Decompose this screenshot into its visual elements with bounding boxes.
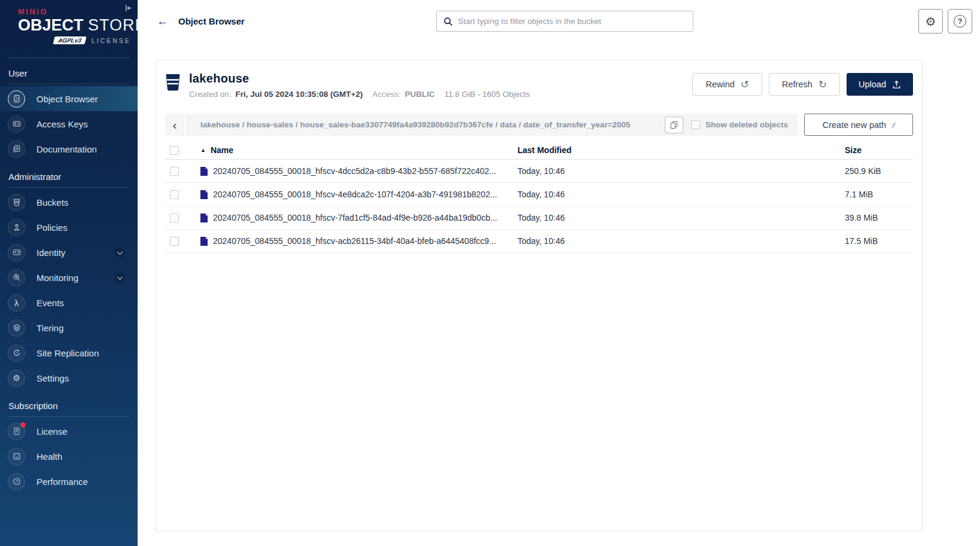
section-title-user: User — [0, 58, 138, 84]
row-checkbox[interactable] — [170, 190, 179, 199]
sort-ascending-icon: ▲ — [200, 147, 206, 153]
name-column-header[interactable]: ▲ Name — [194, 145, 518, 155]
bucket-icon — [165, 74, 181, 91]
gear-icon: ⚙ — [926, 14, 936, 29]
events-lambda-icon: λ — [8, 294, 25, 312]
object-size: 7.1 MiB — [844, 190, 913, 199]
bucket-browser-card: lakehouse Created on: Fri, Jul 05 2024 1… — [156, 60, 923, 532]
sidebar-item-health[interactable]: Health — [0, 444, 138, 469]
help-icon: ? — [954, 15, 966, 28]
license-icon — [8, 423, 25, 440]
buckets-icon — [8, 194, 25, 211]
breadcrumb-path[interactable]: lakehouse / house-sales / house_sales-ba… — [185, 120, 659, 129]
sidebar-item-label: Documentation — [36, 144, 97, 154]
object-name[interactable]: 20240705_084555_00018_hfscv-7fad1cf5-84a… — [213, 213, 497, 222]
access-label: Access: — [372, 90, 400, 99]
create-new-path-button[interactable]: Create new path :// — [804, 114, 913, 136]
copy-path-button[interactable] — [665, 117, 683, 133]
sidebar-item-label: Settings — [36, 373, 69, 383]
site-replication-icon — [8, 344, 25, 362]
sidebar-item-settings[interactable]: ⚙ Settings — [0, 365, 138, 391]
sidebar-item-events[interactable]: λ Events — [0, 290, 138, 315]
sidebar-item-policies[interactable]: Policies — [0, 215, 138, 240]
sidebar-item-label: Policies — [36, 222, 68, 233]
search-input[interactable] — [458, 17, 686, 26]
object-modified: Today, 10:46 — [518, 236, 844, 246]
chevron-down-icon[interactable] — [115, 248, 124, 257]
main-area: ← Object Browser ⚙ ? — [138, 0, 980, 546]
performance-gauge-icon — [8, 473, 25, 490]
sidebar-item-label: Performance — [36, 477, 88, 487]
row-checkbox[interactable] — [170, 167, 179, 176]
chevron-down-icon[interactable] — [115, 273, 124, 282]
sidebar-item-object-browser[interactable]: Object Browser — [0, 86, 138, 111]
sidebar-item-label: Site Replication — [36, 348, 99, 358]
object-name[interactable]: 20240705_084555_00018_hfscv-acb26115-34b… — [213, 236, 496, 246]
object-filter-searchbox[interactable] — [436, 11, 693, 32]
search-icon — [443, 17, 453, 26]
object-browser-icon — [8, 90, 25, 108]
object-name[interactable]: 20240705_084555_00018_hfscv-4e8dca2c-107… — [213, 190, 497, 199]
access-value[interactable]: PUBLIC — [405, 90, 435, 99]
sidebar-item-identity[interactable]: Identity — [0, 240, 138, 265]
divider — [8, 84, 129, 84]
license-label: LICENSE — [92, 37, 131, 44]
minio-logo: MINIO OBJECT STORE AGPLv3 LICENSE — [0, 0, 138, 44]
created-on-value: Fri, Jul 05 2024 10:35:08 (GMT+2) — [236, 90, 363, 99]
sidebar-item-monitoring[interactable]: Monitoring — [0, 265, 138, 290]
gear-icon: ⚙ — [8, 370, 25, 387]
row-checkbox[interactable] — [170, 237, 179, 246]
sidebar-item-buckets[interactable]: Buckets — [0, 190, 138, 215]
help-button[interactable]: ? — [948, 9, 972, 33]
table-row[interactable]: 20240705_084555_00018_hfscv-acb26115-34b… — [165, 230, 913, 253]
divider — [8, 187, 129, 188]
objects-table: ▲ Name Last Modified Size 20240705_08455… — [165, 141, 913, 253]
section-title-administrator: Administrator — [0, 161, 138, 187]
object-size: 39.8 MiB — [844, 213, 913, 222]
back-arrow-icon[interactable]: ← — [157, 15, 168, 28]
table-row[interactable]: 20240705_084555_00018_hfscv-4dcc5d2a-c8b… — [165, 160, 913, 183]
settings-button[interactable]: ⚙ — [918, 9, 943, 33]
row-checkbox[interactable] — [170, 213, 179, 222]
upload-icon — [892, 80, 901, 89]
sidebar-item-documentation[interactable]: Documentation — [0, 136, 138, 161]
sidebar-item-site-replication[interactable]: Site Replication — [0, 340, 138, 365]
sidebar-item-label: Buckets — [36, 197, 68, 208]
table-row[interactable]: 20240705_084555_00018_hfscv-4e8dca2c-107… — [165, 183, 913, 206]
size-column-header[interactable]: Size — [844, 145, 913, 155]
access-keys-icon — [8, 115, 25, 133]
object-size: 17.5 MiB — [844, 236, 913, 246]
object-modified: Today, 10:46 — [518, 166, 844, 176]
sidebar-item-tiering[interactable]: Tiering — [0, 315, 138, 340]
table-row[interactable]: 20240705_084555_00018_hfscv-7fad1cf5-84a… — [165, 206, 913, 230]
select-all-checkbox[interactable] — [170, 146, 179, 155]
sidebar-item-label: Health — [36, 452, 62, 462]
sidebar-item-label: Object Browser — [36, 94, 98, 104]
identity-icon — [8, 244, 25, 261]
sidebar-item-label: Access Keys — [36, 119, 88, 129]
agpl-badge: AGPLv3 — [53, 36, 86, 44]
refresh-button[interactable]: Refresh ↻ — [769, 73, 840, 96]
upload-button[interactable]: Upload — [847, 73, 913, 96]
notification-dot — [20, 422, 26, 428]
sidebar-collapse-icon[interactable] — [124, 4, 133, 13]
rewind-button[interactable]: Rewind ↺ — [692, 73, 762, 96]
last-modified-column-header[interactable]: Last Modified — [518, 145, 844, 155]
sidebar-item-label: Monitoring — [36, 273, 78, 283]
file-icon — [200, 213, 208, 222]
sidebar-item-license[interactable]: License — [0, 419, 138, 444]
policies-icon — [8, 219, 25, 236]
divider — [8, 416, 129, 417]
breadcrumb-row: ‹ lakehouse / house-sales / house_sales-… — [165, 114, 913, 136]
bucket-name: lakehouse — [189, 72, 530, 86]
table-header-row: ▲ Name Last Modified Size — [165, 141, 913, 160]
object-name[interactable]: 20240705_084555_00018_hfscv-4dcc5d2a-c8b… — [213, 166, 496, 176]
breadcrumb-back-chevron[interactable]: ‹ — [165, 114, 185, 136]
sidebar-item-performance[interactable]: Performance — [0, 469, 138, 494]
show-deleted-checkbox[interactable] — [691, 120, 700, 129]
documentation-icon — [8, 141, 25, 158]
show-deleted-label[interactable]: Show deleted objects — [705, 120, 788, 129]
sidebar-item-access-keys[interactable]: Access Keys — [0, 111, 138, 136]
object-modified: Today, 10:46 — [518, 213, 844, 222]
breadcrumb-strip: ‹ lakehouse / house-sales / house_sales-… — [165, 114, 798, 136]
